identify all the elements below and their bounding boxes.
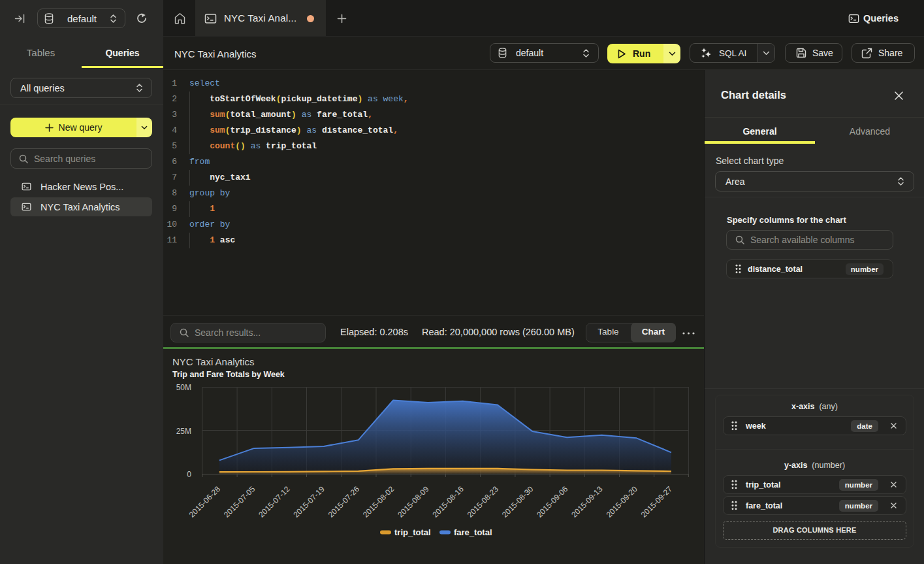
svg-text:2015-08-02: 2015-08-02 <box>361 484 396 520</box>
svg-text:2015-07-05: 2015-07-05 <box>222 484 257 520</box>
svg-text:2015-08-30: 2015-08-30 <box>500 484 535 520</box>
svg-text:2015-06-28: 2015-06-28 <box>187 484 223 520</box>
svg-text:trip_total: trip_total <box>394 527 431 537</box>
svg-text:2015-09-27: 2015-09-27 <box>639 484 675 520</box>
svg-text:2015-07-26: 2015-07-26 <box>327 484 362 520</box>
svg-text:2015-08-16: 2015-08-16 <box>430 484 466 520</box>
svg-text:2015-08-23: 2015-08-23 <box>466 484 501 520</box>
svg-text:50M: 50M <box>176 383 191 392</box>
svg-text:fare_total: fare_total <box>454 527 492 537</box>
svg-text:2015-08-09: 2015-08-09 <box>396 484 431 520</box>
svg-text:25M: 25M <box>176 427 191 436</box>
svg-text:2015-07-12: 2015-07-12 <box>257 484 292 520</box>
svg-text:2015-09-06: 2015-09-06 <box>535 484 570 520</box>
svg-text:0: 0 <box>187 470 191 479</box>
svg-text:2015-09-13: 2015-09-13 <box>569 484 605 520</box>
svg-text:2015-09-20: 2015-09-20 <box>605 484 640 520</box>
svg-text:2015-07-19: 2015-07-19 <box>292 484 327 520</box>
